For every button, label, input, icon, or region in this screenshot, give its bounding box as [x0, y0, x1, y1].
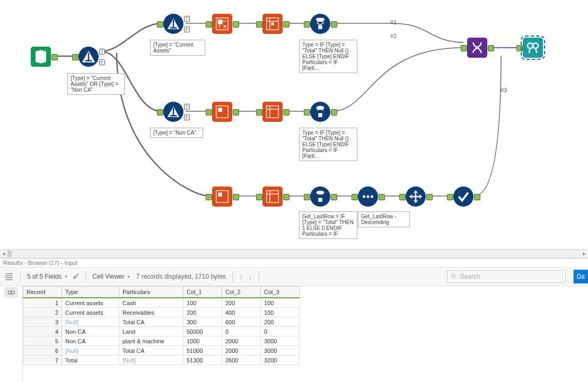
formula-tool[interactable]	[310, 102, 330, 122]
column-header[interactable]: Type	[62, 287, 119, 298]
table-cell[interactable]: 200	[183, 308, 222, 317]
table-cell[interactable]: 50000	[183, 327, 222, 336]
output-anchor[interactable]	[331, 194, 337, 200]
table-cell[interactable]: 1000	[183, 336, 222, 346]
browse-tool[interactable]	[523, 38, 543, 58]
table-cell[interactable]: 3000	[261, 336, 300, 346]
formula-tool[interactable]	[310, 186, 330, 207]
check-icon[interactable]: ✔	[72, 271, 80, 282]
transpose-tool[interactable]	[212, 14, 232, 34]
input-anchor[interactable]	[447, 194, 453, 200]
output-anchor[interactable]	[233, 109, 239, 116]
binoculars-icon[interactable]	[4, 287, 18, 298]
table-cell[interactable]: 1	[23, 298, 62, 308]
column-header[interactable]: Record	[23, 287, 62, 298]
table-cell[interactable]: 2000	[222, 336, 261, 346]
sort-tool[interactable]	[358, 186, 378, 207]
table-cell[interactable]: [Null]	[62, 317, 119, 327]
formula-tool[interactable]	[310, 14, 330, 34]
table-cell[interactable]: [Null]	[119, 356, 183, 365]
input-anchor[interactable]	[304, 109, 310, 116]
filter-tool[interactable]	[78, 47, 99, 67]
search-input[interactable]: Search	[447, 270, 566, 283]
column-header[interactable]: Col_3	[261, 287, 300, 298]
table-cell[interactable]: 3000	[261, 346, 300, 356]
table-cell[interactable]: 100	[261, 298, 300, 308]
table-row[interactable]: 3[Null]Total CA300600200	[23, 317, 300, 327]
cell-viewer-dropdown[interactable]: Cell Viewer ▼	[91, 272, 131, 281]
false-anchor[interactable]: F	[99, 59, 105, 65]
table-cell[interactable]: 0	[261, 327, 300, 336]
crosstab-tool[interactable]	[262, 102, 283, 122]
table-row[interactable]: 2Current assetsReceivables200400100	[23, 308, 300, 317]
table-row[interactable]: 6[Null]Total CA5100020003000	[23, 346, 300, 356]
input-anchor[interactable]	[206, 109, 212, 116]
list-icon[interactable]	[3, 271, 15, 282]
table-cell[interactable]: 3200	[261, 356, 300, 365]
table-cell[interactable]: 7	[23, 356, 62, 365]
table-cell[interactable]: 6	[23, 346, 62, 356]
table-cell[interactable]: [Null]	[62, 346, 119, 356]
output-anchor[interactable]	[331, 21, 337, 28]
table-cell[interactable]: Total CA	[119, 317, 183, 327]
filter-tool[interactable]	[163, 14, 183, 34]
table-cell[interactable]: 51000	[183, 346, 222, 356]
output-anchor[interactable]	[51, 54, 58, 60]
table-cell[interactable]: Total CA	[119, 346, 183, 356]
false-anchor[interactable]: F	[184, 26, 190, 32]
input-anchor[interactable]	[157, 21, 163, 28]
input-anchor[interactable]	[304, 194, 310, 200]
arrow-up-icon[interactable]: ↑	[238, 271, 244, 282]
input-anchor[interactable]	[256, 194, 262, 200]
table-cell[interactable]: Non CA	[62, 327, 119, 336]
table-row[interactable]: 4Non CALand5000000	[23, 327, 300, 336]
arrow-down-icon[interactable]: ↓	[248, 271, 254, 282]
scroll-left-arrow[interactable]: ◄	[0, 250, 7, 257]
fields-summary-dropdown[interactable]: 5 of 5 Fields ▼	[26, 272, 69, 281]
crosstab-tool[interactable]	[262, 186, 283, 207]
scroll-right-arrow[interactable]: ►	[581, 250, 588, 257]
true-anchor[interactable]: T	[184, 16, 190, 22]
input-anchor[interactable]	[461, 45, 467, 51]
table-cell[interactable]: 2600	[222, 356, 261, 365]
union-tool[interactable]	[467, 38, 487, 58]
table-row[interactable]: 7Total[Null]5130026003200	[23, 356, 300, 365]
table-cell[interactable]: plant & machine	[119, 336, 183, 346]
filter-tool[interactable]	[163, 102, 183, 122]
data-button[interactable]: Da	[573, 270, 588, 283]
table-cell[interactable]: Current assets	[62, 308, 119, 317]
table-cell[interactable]: Land	[119, 327, 183, 336]
input-anchor[interactable]	[352, 194, 358, 200]
transpose-tool[interactable]	[212, 186, 232, 207]
results-grid[interactable]: RecordTypeParticularsCol_1Col_2Col_3 1Cu…	[23, 286, 300, 382]
input-anchor[interactable]	[206, 194, 212, 200]
table-cell[interactable]: 400	[222, 308, 261, 317]
table-cell[interactable]: 300	[183, 317, 222, 327]
input-anchor[interactable]	[516, 45, 523, 51]
workflow-canvas[interactable]: T F [Type] = "Current Assets" OR [Type] …	[0, 0, 588, 258]
table-cell[interactable]: 3	[23, 317, 62, 327]
column-header[interactable]: Col_1	[183, 287, 222, 298]
output-anchor[interactable]	[426, 194, 433, 200]
horizontal-scrollbar[interactable]: ◄ ►	[0, 249, 588, 258]
table-cell[interactable]: Non CA	[62, 336, 119, 346]
table-cell[interactable]: 200	[222, 298, 261, 308]
table-cell[interactable]: 200	[261, 317, 300, 327]
scrollbar-thumb[interactable]	[7, 251, 12, 257]
false-anchor[interactable]: F	[184, 114, 190, 120]
input-anchor[interactable]	[72, 54, 78, 60]
output-anchor[interactable]	[283, 194, 289, 200]
output-anchor[interactable]	[283, 21, 289, 28]
output-anchor[interactable]	[488, 45, 494, 51]
table-cell[interactable]: Total	[62, 356, 119, 365]
sort-arrows-tool[interactable]	[406, 186, 426, 207]
output-anchor[interactable]	[233, 194, 239, 200]
table-cell[interactable]: 100	[183, 298, 222, 308]
table-cell[interactable]: 4	[23, 327, 62, 336]
table-cell[interactable]: 600	[222, 317, 261, 327]
input-data-tool[interactable]	[31, 47, 51, 67]
table-cell[interactable]: 2000	[222, 346, 261, 356]
table-cell[interactable]: 2	[23, 308, 62, 317]
crosstab-tool[interactable]	[262, 14, 283, 34]
input-anchor[interactable]	[304, 21, 310, 28]
